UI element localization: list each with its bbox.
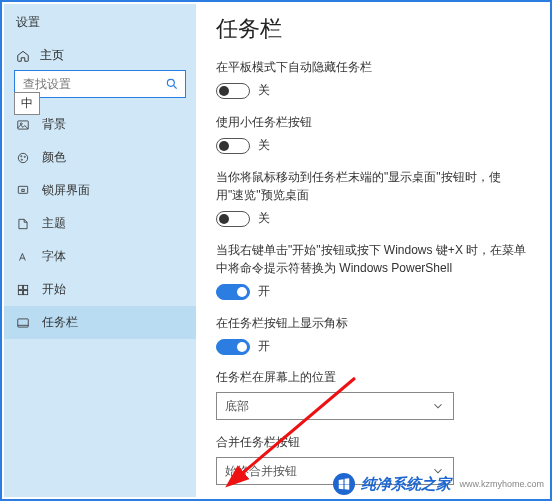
svg-point-0 — [167, 79, 174, 86]
setting-small-buttons: 使用小任务栏按钮 关 — [216, 113, 528, 154]
toggle-value: 开 — [258, 283, 270, 300]
svg-point-3 — [20, 122, 22, 124]
taskbar-icon — [16, 316, 30, 330]
chevron-down-icon — [431, 399, 445, 413]
nav-label: 背景 — [42, 116, 66, 133]
setting-label: 使用小任务栏按钮 — [216, 113, 528, 131]
svg-rect-9 — [22, 189, 24, 191]
position-dropdown[interactable]: 底部 — [216, 392, 454, 420]
nav-label: 任务栏 — [42, 314, 78, 331]
watermark-logo-icon — [333, 473, 355, 495]
lock-screen-icon — [16, 184, 30, 198]
combine-label: 合并任务栏按钮 — [216, 434, 528, 451]
svg-rect-11 — [24, 285, 28, 289]
nav-start[interactable]: 开始 — [4, 273, 196, 306]
svg-rect-14 — [18, 318, 29, 326]
toggle[interactable] — [216, 83, 250, 99]
search-input[interactable] — [23, 77, 161, 91]
setting-powershell: 当我右键单击"开始"按钮或按下 Windows 键+X 时，在菜单中将命令提示符… — [216, 241, 528, 300]
dropdown-value: 底部 — [225, 398, 249, 415]
svg-point-7 — [21, 159, 22, 160]
nav-taskbar[interactable]: 任务栏 — [4, 306, 196, 339]
nav-label: 开始 — [42, 281, 66, 298]
setting-badges: 在任务栏按钮上显示角标 开 — [216, 314, 528, 355]
search-icon — [165, 77, 179, 91]
nav-label: 主题 — [42, 215, 66, 232]
toggle-value: 关 — [258, 137, 270, 154]
svg-point-4 — [18, 153, 27, 162]
palette-icon — [16, 151, 30, 165]
toggle-value: 关 — [258, 210, 270, 227]
svg-rect-10 — [18, 285, 22, 289]
content: 任务栏 在平板模式下自动隐藏任务栏 关 使用小任务栏按钮 关 当你将鼠标移动到任… — [196, 4, 548, 497]
sidebar: 设置 主页 背景 颜色 锁屏界面 主题 字体 开始 任务栏 — [4, 4, 196, 497]
toggle[interactable] — [216, 211, 250, 227]
toggle[interactable] — [216, 284, 250, 300]
svg-point-5 — [21, 155, 22, 156]
setting-tablet-autohide: 在平板模式下自动隐藏任务栏 关 — [216, 58, 528, 99]
svg-point-6 — [24, 156, 25, 157]
nav-label: 颜色 — [42, 149, 66, 166]
svg-rect-13 — [24, 290, 28, 294]
watermark-brand: 纯净系统之家 — [361, 475, 451, 494]
nav-label: 锁屏界面 — [42, 182, 90, 199]
toggle[interactable] — [216, 339, 250, 355]
setting-label: 在任务栏按钮上显示角标 — [216, 314, 528, 332]
svg-line-1 — [174, 86, 177, 89]
watermark: 纯净系统之家 www.kzmyhome.com — [333, 473, 544, 495]
home-label: 主页 — [40, 47, 64, 64]
svg-rect-8 — [18, 186, 27, 193]
nav-colors[interactable]: 颜色 — [4, 141, 196, 174]
toggle-value: 开 — [258, 338, 270, 355]
toggle-value: 关 — [258, 82, 270, 99]
ime-indicator: 中 — [14, 92, 40, 115]
dropdown-value: 始终合并按钮 — [225, 463, 297, 480]
setting-peek-preview: 当你将鼠标移动到任务栏末端的"显示桌面"按钮时，使用"速览"预览桌面 关 — [216, 168, 528, 227]
start-icon — [16, 283, 30, 297]
home-icon — [16, 49, 30, 63]
home-link[interactable]: 主页 — [4, 41, 196, 70]
theme-icon — [16, 217, 30, 231]
svg-rect-12 — [18, 290, 22, 294]
nav-themes[interactable]: 主题 — [4, 207, 196, 240]
page-title: 任务栏 — [216, 14, 528, 44]
nav-list: 背景 颜色 锁屏界面 主题 字体 开始 任务栏 — [4, 108, 196, 339]
setting-label: 在平板模式下自动隐藏任务栏 — [216, 58, 528, 76]
window-title: 设置 — [4, 8, 196, 41]
setting-label: 当你将鼠标移动到任务栏末端的"显示桌面"按钮时，使用"速览"预览桌面 — [216, 168, 528, 204]
toggle[interactable] — [216, 138, 250, 154]
position-label: 任务栏在屏幕上的位置 — [216, 369, 528, 386]
nav-fonts[interactable]: 字体 — [4, 240, 196, 273]
font-icon — [16, 250, 30, 264]
setting-label: 当我右键单击"开始"按钮或按下 Windows 键+X 时，在菜单中将命令提示符… — [216, 241, 528, 277]
picture-icon — [16, 118, 30, 132]
watermark-url: www.kzmyhome.com — [459, 479, 544, 489]
nav-lockscreen[interactable]: 锁屏界面 — [4, 174, 196, 207]
nav-label: 字体 — [42, 248, 66, 265]
